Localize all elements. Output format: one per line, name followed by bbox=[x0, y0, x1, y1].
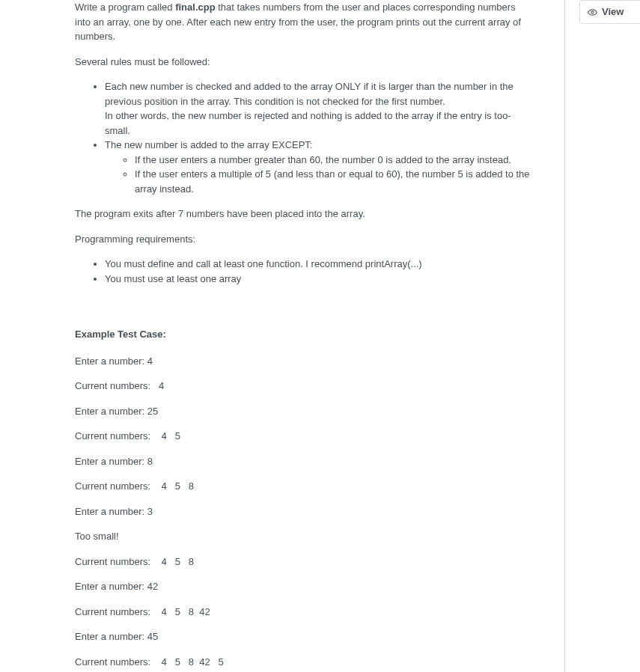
sub-item-b: If the user enters a multiple of 5 (and … bbox=[135, 167, 531, 196]
test-line: Too small! bbox=[75, 529, 531, 544]
requirements-list: You must define and call at least one fu… bbox=[75, 257, 531, 286]
test-line: Current numbers: 4 5 8 bbox=[75, 555, 531, 569]
req-item-1: You must define and call at least one fu… bbox=[105, 257, 531, 272]
svg-point-0 bbox=[591, 10, 594, 13]
filename-bold: final.cpp bbox=[175, 1, 215, 13]
prog-req-heading: Programming requirements: bbox=[75, 232, 531, 247]
test-line: Current numbers: 4 5 8 bbox=[75, 479, 531, 494]
test-line: Enter a number: 25 bbox=[75, 404, 531, 419]
intro-pre: Write a program called bbox=[75, 1, 175, 13]
test-line: Enter a number: 4 bbox=[75, 354, 531, 369]
view-label: View bbox=[602, 4, 624, 19]
test-line: Current numbers: 4 bbox=[75, 379, 531, 394]
test-line: Enter a number: 8 bbox=[75, 454, 531, 469]
rule-item-1: Each new number is checked and added to … bbox=[105, 79, 531, 138]
example-title: Example Test Case: bbox=[75, 327, 531, 342]
test-line: Current numbers: 4 5 8 42 5 bbox=[75, 655, 531, 670]
rule1-text-b: In other words, the new number is reject… bbox=[105, 110, 511, 136]
eye-icon bbox=[588, 7, 597, 17]
rule2-text: The new number is added to the array EXC… bbox=[105, 139, 312, 150]
rule-item-2: The new number is added to the array EXC… bbox=[105, 138, 531, 196]
test-line: Enter a number: 3 bbox=[75, 504, 531, 519]
test-line: Enter a number: 42 bbox=[75, 579, 531, 594]
test-output: Enter a number: 4Current numbers: 4Enter… bbox=[75, 354, 531, 673]
exit-paragraph: The program exits after 7 numbers have b… bbox=[75, 207, 531, 222]
problem-content: Write a program called final.cpp that ta… bbox=[0, 0, 565, 672]
intro-paragraph: Write a program called final.cpp that ta… bbox=[75, 0, 531, 44]
req-item-2: You must use at least one array bbox=[105, 272, 531, 287]
rule1-text-a: Each new number is checked and added to … bbox=[105, 81, 513, 107]
right-sidebar: View bbox=[565, 0, 640, 672]
test-line: Current numbers: 4 5 8 42 bbox=[75, 605, 531, 620]
test-line: Current numbers: 4 5 bbox=[75, 429, 531, 444]
sub-item-a: If the user enters a number greater than… bbox=[135, 153, 531, 168]
rules-intro: Several rules must be followed: bbox=[75, 55, 531, 70]
view-button[interactable]: View bbox=[579, 0, 640, 24]
rule2-sublist: If the user enters a number greater than… bbox=[105, 153, 531, 197]
rules-list: Each new number is checked and added to … bbox=[75, 79, 531, 196]
test-line: Enter a number: 45 bbox=[75, 629, 531, 644]
